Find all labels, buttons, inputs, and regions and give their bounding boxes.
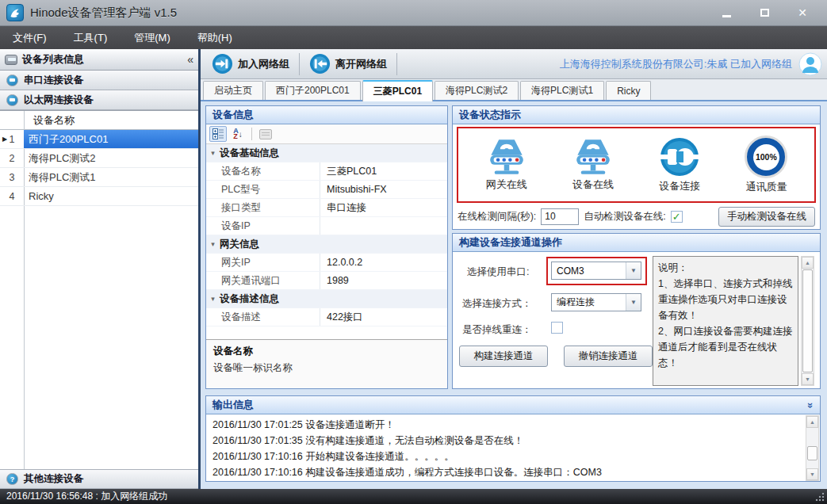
alphabetical-sort-button[interactable]: [229, 126, 247, 142]
leave-network-icon: [309, 53, 331, 74]
collapse-output-icon[interactable]: [805, 402, 817, 407]
property-value[interactable]: 1989: [320, 275, 447, 286]
output-header: 输出信息: [206, 396, 820, 414]
resize-grip[interactable]: [815, 492, 825, 502]
auto-detect-checkbox[interactable]: [671, 211, 683, 223]
log-line: 2016/11/30 17:10:16 开始构建设备连接通道。。。。。: [212, 449, 814, 464]
category-row-description[interactable]: 设备描述信息: [206, 290, 447, 308]
device-status-header: 设备状态指示: [453, 106, 820, 124]
user-network-status: 上海海得控制系统股份有限公司:朱威 已加入网络组: [560, 57, 792, 71]
property-row[interactable]: 接口类型 串口连接: [206, 199, 447, 217]
property-row[interactable]: 网关IP 12.0.0.2: [206, 254, 447, 272]
category-row-gateway[interactable]: 网关信息: [206, 235, 447, 254]
status-bar: 2016/11/30 16:56:48 : 加入网络组成功: [0, 489, 827, 504]
property-grid: 设备基础信息 设备名称 三菱PLC01 PLC型号 Mitsubishi-FX …: [206, 144, 447, 338]
maximize-button[interactable]: [754, 6, 775, 20]
scrollbar-thumb[interactable]: [802, 269, 813, 372]
property-value[interactable]: 12.0.0.2: [320, 257, 447, 268]
online-detect-row: 在线检测间隔(秒): 自动检测设备在线: 手动检测设备在线: [458, 204, 815, 228]
row-selector-cell: 1: [0, 130, 24, 148]
toolbar-separator: [396, 53, 397, 75]
property-label: 网关通讯端口: [220, 272, 320, 289]
sidebar-group-ethernet[interactable]: 以太网连接设备: [0, 90, 198, 110]
property-row[interactable]: 设备名称 三菱PLC01: [206, 162, 447, 181]
sidebar-group-other[interactable]: 其他连接设备: [0, 469, 198, 489]
property-label: 设备名称: [220, 162, 320, 180]
quality-ring-icon: 100%: [745, 136, 787, 178]
table-row[interactable]: 4 Ricky: [0, 187, 198, 206]
reconnect-checkbox[interactable]: [551, 322, 563, 334]
other-device-icon: [6, 473, 18, 485]
tab-siemens200plc01[interactable]: 西门子200PLC01: [265, 81, 361, 100]
instructions-scrollbar[interactable]: [801, 256, 814, 386]
build-channel-button[interactable]: 构建连接通道: [459, 346, 548, 367]
join-network-button[interactable]: 加入网络组: [205, 51, 296, 77]
close-button[interactable]: [792, 6, 813, 20]
selected-property-description: 设备唯一标识名称: [213, 361, 440, 375]
property-value[interactable]: 串口连接: [320, 201, 447, 215]
sidebar-group-serial[interactable]: 串口连接设备: [0, 71, 198, 90]
table-row[interactable]: 2 海得PLC测试2: [0, 149, 198, 168]
menu-help[interactable]: 帮助(H): [190, 28, 240, 48]
property-row[interactable]: 设备描述 422接口: [206, 308, 447, 326]
log-line: 2016/11/30 17:01:35 没有构建连接通道，无法自动检测设备是否在…: [212, 433, 814, 449]
property-row[interactable]: 设备IP: [206, 217, 447, 235]
output-scrollbar[interactable]: [806, 415, 819, 481]
property-label: 网关IP: [220, 254, 320, 271]
connect-mode-combobox[interactable]: 编程连接: [551, 293, 641, 311]
property-row[interactable]: 网关通讯端口 1989: [206, 272, 447, 290]
scroll-up-icon[interactable]: [802, 257, 814, 269]
property-pages-button[interactable]: [257, 126, 274, 142]
menu-bar: 文件(F) 工具(T) 管理(M) 帮助(H): [0, 26, 827, 49]
indicator-gateway-online: 网关在线: [469, 138, 545, 192]
tab-home[interactable]: 启动主页: [203, 81, 263, 100]
user-avatar-icon[interactable]: [798, 52, 822, 76]
instructions-line: 2、网口连接设备需要构建连接通道后才能看到是否在线状态！: [658, 323, 793, 371]
category-row-basic[interactable]: 设备基础信息: [206, 144, 447, 162]
device-name-cell[interactable]: Ricky: [24, 187, 198, 205]
device-name-cell[interactable]: 海得PLC测试1: [24, 168, 198, 186]
menu-file[interactable]: 文件(F): [5, 28, 55, 48]
interval-input[interactable]: [541, 208, 579, 225]
tab-mitsubishiplc01[interactable]: 三菱PLC01: [362, 80, 433, 101]
property-value[interactable]: Mitsubishi-FX: [320, 184, 447, 195]
device-router-icon: [570, 138, 616, 176]
instructions-line: 说明：: [658, 260, 793, 276]
scroll-down-icon[interactable]: [802, 373, 814, 385]
tab-hite-plc-test1[interactable]: 海得PLC测试1: [520, 81, 604, 100]
collapse-sidebar-icon[interactable]: [187, 53, 193, 66]
interval-label: 在线检测间隔(秒):: [458, 210, 536, 223]
device-name-cell[interactable]: 西门子200PLC01: [24, 130, 198, 148]
property-value[interactable]: 422接口: [320, 311, 447, 324]
network-toolbar: 加入网络组 离开网络组 上海海得控制系统股份有限公司:朱威 已加入网络组: [201, 49, 827, 79]
auto-detect-label: 自动检测设备在线:: [584, 210, 665, 223]
serial-port-value: COM3: [552, 265, 626, 277]
leave-network-button[interactable]: 离开网络组: [303, 51, 393, 77]
scroll-up-icon[interactable]: [806, 416, 818, 428]
scroll-down-icon[interactable]: [806, 468, 818, 480]
property-label: 设备IP: [220, 217, 320, 235]
menu-tools[interactable]: 工具(T): [66, 28, 116, 48]
categorized-view-button[interactable]: [209, 126, 227, 142]
revoke-channel-button[interactable]: 撤销连接通道: [564, 346, 653, 367]
device-name-cell[interactable]: 海得PLC测试2: [24, 149, 198, 167]
property-row[interactable]: PLC型号 Mitsubishi-FX: [206, 181, 447, 199]
scrollbar-thumb[interactable]: [807, 446, 817, 460]
toolbar-separator: [251, 128, 252, 140]
sidebar-title: 设备列表信息: [22, 52, 84, 67]
minimize-button[interactable]: [716, 6, 737, 20]
table-row[interactable]: 1 西门子200PLC01: [0, 130, 198, 149]
connect-mode-label: 选择连接方式：: [462, 297, 532, 311]
table-row[interactable]: 3 海得PLC测试1: [0, 168, 198, 187]
device-status-panel: 设备状态指示 网关在线: [452, 105, 821, 230]
property-label: 接口类型: [220, 199, 320, 216]
tab-hite-plc-test2[interactable]: 海得PLC测试2: [435, 81, 519, 100]
menu-manage[interactable]: 管理(M): [126, 28, 178, 48]
serial-port-combobox[interactable]: COM3: [551, 262, 641, 280]
reconnect-label: 是否掉线重连：: [462, 323, 532, 337]
manual-detect-button[interactable]: 手动检测设备在线: [718, 207, 815, 227]
status-indicator-box: 网关在线 设备在线: [457, 127, 816, 203]
tab-ricky[interactable]: Ricky: [606, 81, 651, 100]
property-value[interactable]: 三菱PLC01: [320, 165, 447, 178]
serial-device-icon: [6, 74, 18, 86]
